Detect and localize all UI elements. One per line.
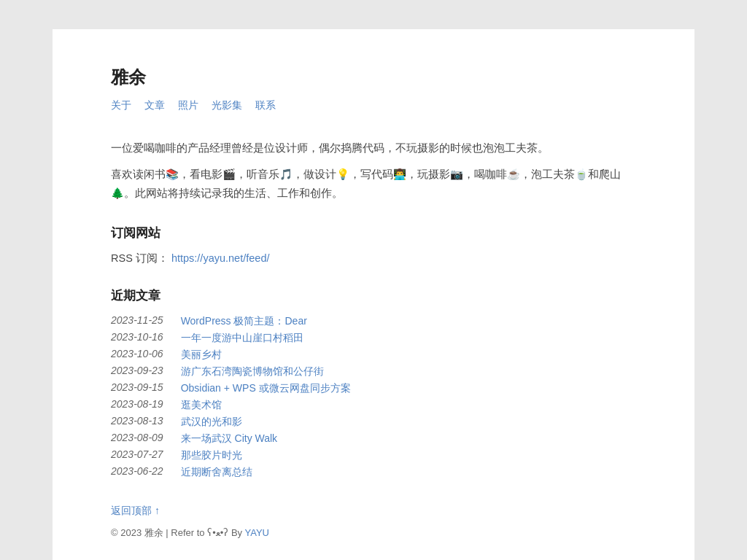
article-row: 2023-10-06美丽乡村: [111, 348, 351, 365]
article-title-link[interactable]: Obsidian + WPS 或微云网盘同步方案: [181, 382, 351, 394]
article-date: 2023-09-15: [111, 381, 181, 398]
article-link-cell: 逛美术馆: [181, 398, 351, 415]
article-title-link[interactable]: WordPress 极简主题：Dear: [181, 315, 307, 327]
nav-about[interactable]: 关于: [111, 99, 131, 112]
site-nav: 关于 文章 照片 光影集 联系: [111, 99, 636, 112]
article-link-cell: 一年一度游中山崖口村稻田: [181, 331, 351, 348]
article-date: 2023-09-23: [111, 365, 181, 381]
article-list: 2023-11-25WordPress 极简主题：Dear2023-10-16一…: [111, 314, 351, 482]
site-title: 雅余: [111, 66, 636, 89]
article-date: 2023-10-06: [111, 348, 181, 365]
rss-line: RSS 订阅： https://yayu.net/feed/: [111, 252, 636, 265]
nav-articles[interactable]: 文章: [144, 99, 165, 112]
article-title-link[interactable]: 近期断舍离总结: [181, 466, 252, 478]
article-row: 2023-09-23游广东石湾陶瓷博物馆和公仔街: [111, 365, 351, 381]
article-row: 2023-09-15Obsidian + WPS 或微云网盘同步方案: [111, 381, 351, 398]
article-date: 2023-08-13: [111, 415, 181, 432]
article-title-link[interactable]: 武汉的光和影: [181, 416, 242, 427]
article-row: 2023-11-25WordPress 极简主题：Dear: [111, 314, 351, 331]
article-title-link[interactable]: 美丽乡村: [181, 349, 222, 360]
subscribe-section: 订阅网站 RSS 订阅： https://yayu.net/feed/: [111, 225, 636, 265]
copyright-text: © 2023 雅余 | Refer to ʕ•ﻌ•ʔ By: [111, 527, 242, 538]
article-link-cell: 武汉的光和影: [181, 415, 351, 432]
intro-line1: 一位爱喝咖啡的产品经理曾经是位设计师，偶尔捣腾代码，不玩摄影的时候也泡泡工夫茶。: [111, 139, 636, 158]
articles-section: 近期文章 2023-11-25WordPress 极简主题：Dear2023-1…: [111, 287, 636, 482]
subscribe-title: 订阅网站: [111, 225, 636, 241]
article-row: 2023-07-27那些胶片时光: [111, 448, 351, 465]
article-title-link[interactable]: 来一场武汉 City Walk: [181, 432, 277, 444]
article-link-cell: 那些胶片时光: [181, 448, 351, 465]
page-container: 雅余 关于 文章 照片 光影集 联系 一位爱喝咖啡的产品经理曾经是位设计师，偶尔…: [53, 29, 694, 560]
article-title-link[interactable]: 一年一度游中山崖口村稻田: [181, 332, 303, 343]
article-row: 2023-08-09来一场武汉 City Walk: [111, 432, 351, 448]
intro-line2: 喜欢读闲书📚，看电影🎬，听音乐🎵，做设计💡，写代码👨‍💻，玩摄影📷，喝咖啡☕，泡…: [111, 165, 636, 203]
article-link-cell: Obsidian + WPS 或微云网盘同步方案: [181, 381, 351, 398]
nav-photos[interactable]: 照片: [178, 99, 198, 112]
rss-link[interactable]: https://yayu.net/feed/: [171, 252, 270, 264]
nav-gallery[interactable]: 光影集: [212, 99, 242, 112]
intro-section: 一位爱喝咖啡的产品经理曾经是位设计师，偶尔捣腾代码，不玩摄影的时候也泡泡工夫茶。…: [111, 139, 636, 203]
article-row: 2023-10-16一年一度游中山崖口村稻田: [111, 331, 351, 348]
article-row: 2023-06-22近期断舍离总结: [111, 465, 351, 482]
article-date: 2023-11-25: [111, 314, 181, 331]
article-row: 2023-08-19逛美术馆: [111, 398, 351, 415]
footer: © 2023 雅余 | Refer to ʕ•ﻌ•ʔ By YAYU: [111, 526, 636, 540]
rss-label: RSS 订阅：: [111, 252, 169, 264]
nav-contact[interactable]: 联系: [255, 99, 276, 112]
yayu-link[interactable]: YAYU: [244, 527, 268, 538]
article-date: 2023-10-16: [111, 331, 181, 348]
article-link-cell: 美丽乡村: [181, 348, 351, 365]
articles-title: 近期文章: [111, 287, 636, 304]
article-title-link[interactable]: 逛美术馆: [181, 399, 222, 411]
article-link-cell: WordPress 极简主题：Dear: [181, 314, 351, 331]
back-to-top: 返回顶部 ↑: [111, 504, 636, 518]
article-row: 2023-08-13武汉的光和影: [111, 415, 351, 432]
article-link-cell: 来一场武汉 City Walk: [181, 432, 351, 448]
article-title-link[interactable]: 那些胶片时光: [181, 449, 242, 461]
article-date: 2023-06-22: [111, 465, 181, 482]
article-title-link[interactable]: 游广东石湾陶瓷博物馆和公仔街: [181, 365, 324, 377]
article-date: 2023-07-27: [111, 448, 181, 465]
article-date: 2023-08-09: [111, 432, 181, 448]
article-link-cell: 近期断舍离总结: [181, 465, 351, 482]
article-date: 2023-08-19: [111, 398, 181, 415]
article-link-cell: 游广东石湾陶瓷博物馆和公仔街: [181, 365, 351, 381]
back-to-top-link[interactable]: 返回顶部 ↑: [111, 505, 160, 516]
